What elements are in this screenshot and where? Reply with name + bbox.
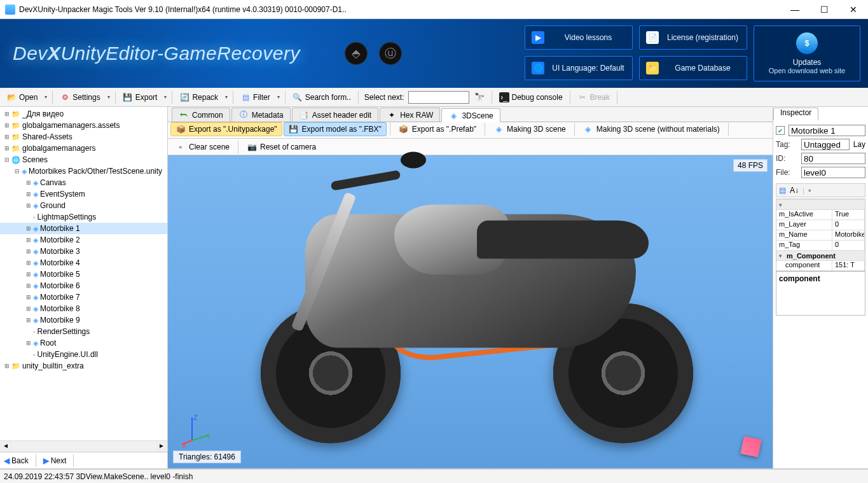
property-grid[interactable]: ▾ m_IsActiveTrue m_Layer0 m_NameMotorbik…	[776, 199, 865, 271]
filter-button[interactable]: ▤Filter	[237, 90, 274, 105]
expand-icon[interactable]	[3, 111, 11, 117]
status-bar: 24.09.2019 22:43:57 3DView.MakeScene.. l…	[0, 469, 868, 483]
folder-open-icon: 📂	[6, 92, 17, 102]
minimize-button[interactable]: —	[780, 0, 809, 19]
gear-icon: ⚙	[60, 92, 70, 102]
repack-button[interactable]: 🔄Repack	[176, 90, 222, 105]
select-next-label: Select next:	[362, 93, 407, 102]
app-logo: DevXUnityEditor-GameRecovery	[13, 43, 300, 64]
axis-gizmo: Z Y X	[181, 414, 212, 445]
reset-camera-button[interactable]: 📷Reset of camera	[242, 140, 321, 154]
save-icon: 💾	[289, 124, 299, 134]
model-motorbike	[235, 169, 706, 443]
game-database-button[interactable]: 📁 Game Database	[639, 56, 747, 80]
license-button[interactable]: 📄 License (registration)	[639, 25, 747, 50]
video-lessons-button[interactable]: ▶ Video lessons	[525, 25, 633, 50]
component-description: component	[776, 271, 865, 316]
scene-toolbar-2: ▫Clear scene 📷Reset of camera	[168, 139, 773, 155]
orientation-cube[interactable]	[738, 434, 764, 459]
play-icon: ▶	[532, 31, 544, 44]
cube-icon: ◈	[448, 111, 458, 121]
center-pane: ⮪Common ⓘMetadata 📑Asset header edit ✦He…	[168, 107, 773, 468]
tab-asset-header[interactable]: 📑Asset header edit	[292, 108, 378, 122]
camera-icon: 📷	[247, 142, 257, 152]
categorize-icon[interactable]: ▤	[779, 186, 786, 195]
ui-language-button[interactable]: 🌐 UI Language: Default	[525, 56, 633, 80]
tab-3dscene[interactable]: ◈3DScene	[441, 108, 500, 122]
settings-button[interactable]: ⚙Settings	[56, 90, 104, 105]
terminal-icon: ›_	[499, 92, 509, 102]
repack-dropdown[interactable]	[223, 90, 230, 105]
triangle-count: Triangles: 61496	[173, 451, 241, 463]
export-fbx-button[interactable]: 💾Export model as ".FBX"	[284, 122, 387, 136]
id-input[interactable]	[801, 153, 865, 164]
cube-icon: ◈	[583, 124, 593, 134]
3d-viewport[interactable]: 48 FPS Z Y X Triangles: 61496	[168, 155, 773, 468]
find-button[interactable]: 🔭	[471, 90, 488, 105]
title-bar: DevXUnity-Unpacker Magic Tools Ver 9.10 …	[0, 0, 868, 19]
main-toolbar: 📂Open ⚙Settings 💾Export 🔄Repack ▤Filter …	[0, 88, 868, 107]
page-icon: ▫	[176, 142, 186, 152]
break-button[interactable]: ✂Break	[574, 90, 614, 105]
asset-tree[interactable]: 📁_Для видео 📁globalgamemanagers.assets 📁…	[0, 107, 167, 440]
app-icon	[5, 4, 15, 15]
scissors-icon: ✂	[577, 92, 588, 102]
file-input[interactable]	[801, 167, 865, 178]
updates-icon: $	[796, 32, 818, 54]
engine-icons: ⬘ ⓤ	[345, 42, 402, 65]
globe-icon: 🌐	[532, 62, 544, 74]
back-arrow-icon: ⮪	[179, 110, 189, 120]
tab-hex[interactable]: ✦Hex RAW	[380, 108, 440, 122]
filter-dropdown[interactable]	[275, 90, 282, 105]
content-tabs: ⮪Common ⓘMetadata 📑Asset header edit ✦He…	[168, 107, 773, 122]
package-icon: 📦	[176, 124, 186, 134]
next-button[interactable]: ▶Next	[43, 456, 67, 465]
open-button[interactable]: 📂Open	[3, 90, 41, 105]
tab-metadata[interactable]: ⓘMetadata	[231, 108, 291, 122]
tree-pane: 📁_Для видео 📁globalgamemanagers.assets 📁…	[0, 107, 168, 468]
export-prefab-button[interactable]: 📦Export as ".Prefab"	[394, 122, 481, 136]
unreal-icon: ⓤ	[379, 42, 402, 65]
clear-scene-button[interactable]: ▫Clear scene	[170, 140, 235, 154]
tree-navbar: ◀Back ▶Next	[0, 452, 167, 468]
active-checkbox[interactable]: ✔	[776, 126, 785, 135]
making-3d-scene-button[interactable]: ◈Making 3D scene	[488, 122, 571, 136]
inspector-tab[interactable]: Inspector	[773, 108, 818, 120]
unity-icon: ⬘	[345, 42, 368, 65]
fps-counter: 48 FPS	[733, 159, 768, 172]
select-next-input[interactable]	[408, 91, 469, 104]
search-icon: 🔍	[293, 92, 303, 102]
debug-console-button[interactable]: ›_Debug console	[495, 90, 567, 105]
export-unitypackage-button[interactable]: 📦Export as ".Unitypackage"	[170, 122, 282, 136]
inspector-pane: Inspector ✔ Tag: Lay ID: File: ▤ A↓	[773, 107, 868, 468]
making-3d-scene-nomat-button[interactable]: ◈Making 3D scene (without materials)	[578, 122, 725, 136]
name-input[interactable]	[789, 125, 865, 136]
back-button[interactable]: ◀Back	[4, 456, 29, 465]
header-banner: DevXUnityEditor-GameRecovery ⬘ ⓤ ▶ Video…	[0, 19, 868, 88]
settings-dropdown[interactable]	[106, 90, 112, 105]
info-icon: ⓘ	[238, 110, 249, 120]
export-icon: 💾	[123, 92, 133, 102]
prefab-icon: 📦	[399, 124, 409, 134]
window-title: DevXUnity-Unpacker Magic Tools Ver 9.10 …	[19, 5, 780, 14]
tree-selected-node: ◈Motorbike 1	[0, 223, 167, 234]
tag-input[interactable]	[801, 139, 850, 150]
search-form-button[interactable]: 🔍Search form..	[289, 90, 355, 105]
tab-common[interactable]: ⮪Common	[172, 108, 230, 122]
license-icon: 📄	[646, 31, 659, 44]
updates-button[interactable]: $ Updates Open download web site	[754, 25, 860, 81]
page-icon[interactable]: ▫	[808, 186, 811, 195]
open-dropdown[interactable]	[43, 90, 49, 105]
sort-icon[interactable]: A↓	[790, 186, 799, 195]
inspector-mini-toolbar: ▤ A↓ | ▫	[776, 183, 865, 197]
maximize-button[interactable]: ☐	[809, 0, 839, 19]
export-button[interactable]: 💾Export	[119, 90, 162, 105]
export-dropdown[interactable]	[162, 90, 169, 105]
close-button[interactable]: ✕	[839, 0, 868, 19]
filter-icon: ▤	[240, 92, 251, 102]
repack-icon: 🔄	[179, 92, 189, 102]
scene-toolbar: 📦Export as ".Unitypackage" 💾Export model…	[168, 122, 773, 139]
folder-icon: 📁	[646, 62, 659, 74]
tree-hscroll[interactable]: ◂▸	[0, 440, 167, 452]
edit-icon: 📑	[299, 110, 309, 120]
